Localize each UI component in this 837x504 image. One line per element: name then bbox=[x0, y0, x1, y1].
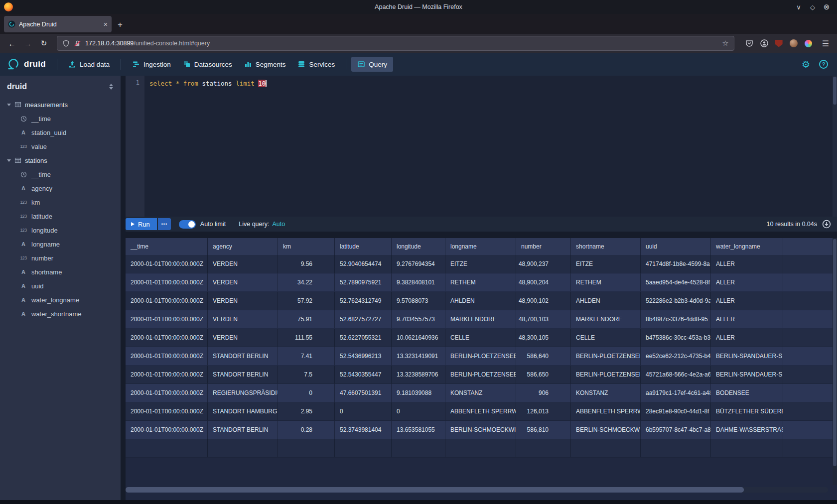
cell-shortname[interactable]: ABBENFLETH SPERRWEI bbox=[571, 402, 641, 420]
tab-close-icon[interactable]: × bbox=[104, 20, 108, 28]
cell-agency[interactable]: VERDEN bbox=[208, 310, 278, 328]
cell-latitude[interactable]: 52.6227055321 bbox=[335, 329, 392, 347]
cell-uuid[interactable]: 47174d8f-1b8e-4599-8a bbox=[641, 255, 711, 273]
cell-water_longname[interactable]: ALLER bbox=[711, 273, 783, 291]
cell-latitude[interactable]: 52.9040654474 bbox=[335, 255, 392, 273]
insecure-lock-icon[interactable] bbox=[74, 40, 81, 47]
cell-longitude[interactable]: 10.0621640936 bbox=[392, 329, 445, 347]
cell-latitude[interactable]: 52.7890975921 bbox=[335, 273, 392, 291]
cell-agency[interactable]: VERDEN bbox=[208, 329, 278, 347]
cell-shortname[interactable]: MARKLENDORF bbox=[571, 310, 641, 328]
tree-column-longitude[interactable]: 123longitude bbox=[0, 223, 121, 237]
pocket-icon[interactable] bbox=[745, 39, 753, 47]
cell-shortname[interactable]: BERLIN-PLOETZENSEE U bbox=[571, 366, 641, 383]
cell-uuid[interactable]: 28ec91e8-90c0-44d1-8f bbox=[641, 402, 711, 420]
more-options-button[interactable]: ••• bbox=[158, 218, 171, 230]
cell-number[interactable]: 48,700,103 bbox=[516, 310, 571, 328]
cell-number[interactable]: 586,810 bbox=[516, 421, 571, 439]
cell-latitude[interactable]: 0 bbox=[335, 402, 392, 420]
cell-agency[interactable]: REGIERUNGSPRÄSIDIUM bbox=[208, 384, 278, 402]
column-header-latitude[interactable]: latitude bbox=[335, 238, 392, 255]
column-header-water_longname[interactable]: water_longname bbox=[711, 238, 783, 255]
cell-km[interactable]: 0.28 bbox=[278, 421, 335, 439]
tree-table-stations[interactable]: stations bbox=[0, 153, 121, 167]
column-header-agency[interactable]: agency bbox=[208, 238, 278, 255]
close-button[interactable]: ⊗ bbox=[822, 2, 831, 11]
cell-km[interactable]: 34.22 bbox=[278, 273, 335, 291]
tree-column-latitude[interactable]: 123latitude bbox=[0, 209, 121, 223]
cell-km[interactable]: 75.91 bbox=[278, 310, 335, 328]
profile-avatar-icon[interactable] bbox=[790, 39, 798, 47]
cell-agency[interactable]: STANDORT BERLIN bbox=[208, 421, 278, 439]
column-header-__time[interactable]: __time bbox=[126, 238, 208, 255]
cell-shortname[interactable]: BERLIN-SCHMOECKWIT bbox=[571, 421, 641, 439]
cell-shortname[interactable]: CELLE bbox=[571, 329, 641, 347]
column-header-uuid[interactable]: uuid bbox=[641, 238, 711, 255]
cell-longname[interactable]: RETHEM bbox=[445, 273, 516, 291]
nav-item-query[interactable]: Query bbox=[351, 57, 393, 72]
cell-longitude[interactable]: 13.3231419091 bbox=[392, 347, 445, 365]
cell-shortname[interactable]: RETHEM bbox=[571, 273, 641, 291]
cell-shortname[interactable]: KONSTANZ bbox=[571, 384, 641, 402]
nav-item-services[interactable]: Services bbox=[291, 57, 341, 72]
cell-agency[interactable]: VERDEN bbox=[208, 292, 278, 310]
minimize-button[interactable]: ∨ bbox=[794, 3, 803, 11]
cell-latitude[interactable]: 52.6827572727 bbox=[335, 310, 392, 328]
tracking-shield-icon[interactable] bbox=[62, 40, 70, 47]
column-header-longname[interactable]: longname bbox=[445, 238, 516, 255]
tree-column-number[interactable]: 123number bbox=[0, 251, 121, 265]
cell-water_longname[interactable]: ALLER bbox=[711, 255, 783, 273]
horizontal-scrollbar-thumb[interactable] bbox=[126, 487, 744, 493]
column-header-longitude[interactable]: longitude bbox=[392, 238, 445, 255]
cell-shortname[interactable]: BERLIN-PLOETZENSEE C bbox=[571, 347, 641, 365]
cell-uuid[interactable]: aa9179c1-17ef-4c61-a48 bbox=[641, 384, 711, 402]
cell-longname[interactable]: ABBENFLETH SPERRWEI bbox=[445, 402, 516, 420]
tree-column-longname[interactable]: Alongname bbox=[0, 237, 121, 251]
cell-__time[interactable]: 2000-01-01T00:00:00.000Z bbox=[126, 292, 208, 310]
cell-km[interactable]: 7.5 bbox=[278, 366, 335, 383]
cell-uuid[interactable]: 8b4f9f7c-3376-4dd8-95 bbox=[641, 310, 711, 328]
column-header-shortname[interactable]: shortname bbox=[571, 238, 641, 255]
cell-water_longname[interactable]: BÜTZFLETHER SÜDERE bbox=[711, 402, 783, 420]
cell-agency[interactable]: STANDORT BERLIN bbox=[208, 366, 278, 383]
cell-agency[interactable]: STANDORT HAMBURG bbox=[208, 402, 278, 420]
tree-column-__time[interactable]: __time bbox=[0, 167, 121, 181]
cell-latitude[interactable]: 52.7624312749 bbox=[335, 292, 392, 310]
nav-item-ingestion[interactable]: Ingestion bbox=[126, 57, 177, 72]
cell-km[interactable]: 111.55 bbox=[278, 329, 335, 347]
cell-longname[interactable]: KONSTANZ bbox=[445, 384, 516, 402]
cell-__time[interactable]: 2000-01-01T00:00:00.000Z bbox=[126, 329, 208, 347]
menu-icon[interactable]: ☰ bbox=[819, 39, 832, 48]
cell-__time[interactable]: 2000-01-01T00:00:00.000Z bbox=[126, 310, 208, 328]
cell-__time[interactable]: 2000-01-01T00:00:00.000Z bbox=[126, 421, 208, 439]
cell-__time[interactable]: 2000-01-01T00:00:00.000Z bbox=[126, 402, 208, 420]
cell-km[interactable]: 7.41 bbox=[278, 347, 335, 365]
tree-column-value[interactable]: 123value bbox=[0, 139, 121, 153]
cell-uuid[interactable]: 6b595707-8c47-4bc7-a8 bbox=[641, 421, 711, 439]
account-icon[interactable] bbox=[760, 39, 768, 47]
cell-longitude[interactable]: 9.181039088 bbox=[392, 384, 445, 402]
nav-item-datasources[interactable]: Datasources bbox=[177, 57, 238, 72]
cell-water_longname[interactable]: ALLER bbox=[711, 292, 783, 310]
cell-number[interactable]: 126,013 bbox=[516, 402, 571, 420]
cell-km[interactable]: 57.92 bbox=[278, 292, 335, 310]
tree-column-station_uuid[interactable]: Astation_uuid bbox=[0, 126, 121, 139]
url-text[interactable]: 172.18.0.4:30899/unified-console.html#qu… bbox=[85, 40, 718, 47]
caret-down-icon[interactable] bbox=[7, 159, 11, 162]
cell-longname[interactable]: BERLIN-PLOETZENSEE U bbox=[445, 366, 516, 383]
cell-water_longname[interactable]: BERLIN-SPANDAUER-S bbox=[711, 347, 783, 365]
vertical-scrollbar[interactable] bbox=[833, 238, 837, 485]
url-bar[interactable]: 172.18.0.4:30899/unified-console.html#qu… bbox=[57, 36, 734, 51]
live-query-value[interactable]: Auto bbox=[272, 221, 285, 228]
cell-latitude[interactable]: 52.3743981404 bbox=[335, 421, 392, 439]
cell-number[interactable]: 586,650 bbox=[516, 366, 571, 383]
caret-down-icon[interactable] bbox=[7, 104, 11, 106]
cell-longitude[interactable]: 9.7034557573 bbox=[392, 310, 445, 328]
new-tab-button[interactable]: + bbox=[118, 20, 123, 30]
cell-uuid[interactable]: ee52ce62-212c-4735-b4 bbox=[641, 347, 711, 365]
cell-number[interactable]: 906 bbox=[516, 384, 571, 402]
cell-longitude[interactable]: 9.3828408101 bbox=[392, 273, 445, 291]
cell-longitude[interactable]: 13.3238589706 bbox=[392, 366, 445, 383]
horizontal-scrollbar[interactable] bbox=[126, 487, 828, 493]
tree-column-agency[interactable]: Aagency bbox=[0, 181, 121, 195]
